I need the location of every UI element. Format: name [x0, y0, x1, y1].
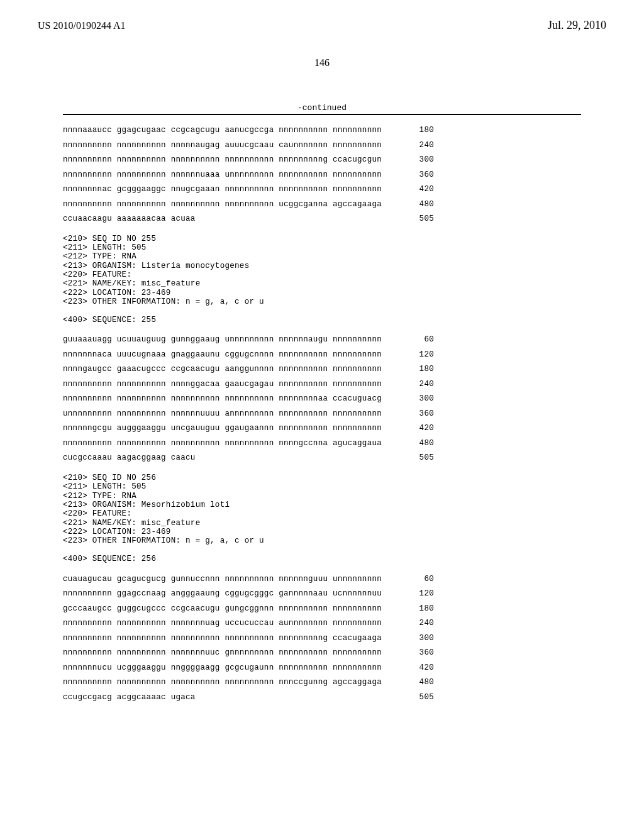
page-header: US 2010/0190244 A1 Jul. 29, 2010 [0, 0, 644, 32]
sequence-position: 60 [402, 575, 434, 584]
sequence-text: nnnnnnnnnn nnnnnnnnnn nnnnggacaa gaaucga… [63, 380, 402, 389]
sequence-position: 360 [402, 649, 434, 657]
section-rule [63, 114, 581, 115]
sequence-position: 420 [402, 185, 434, 194]
sequence-text: ccugccgacg acggcaaaac ugaca [63, 694, 402, 702]
sequence-line: gcccaaugcc guggcugccc ccgcaacugu gungcgg… [63, 605, 644, 613]
sequence-line: nnnnnnnnnn nnnnnnnnnn nnnnnnnnnn nnnnnnn… [63, 201, 644, 209]
sequence-position: 120 [402, 351, 434, 359]
sequence-text: nnnnnngcgu augggaaggu uncgauuguu ggaugaa… [63, 424, 402, 433]
sequence-line: nnnnnnnnnn nnnnnnnnnn nnnnnnnnnn nnnnnnn… [63, 440, 644, 448]
sequence-position: 480 [402, 678, 434, 687]
sequence-position: 240 [402, 619, 434, 628]
sequence-position: 240 [402, 380, 434, 389]
sequence-text: nnnnnnnnnn nnnnnnnnnn nnnnnnnnnn nnnnnnn… [63, 678, 402, 687]
sequence-line: nnnnnnnnnn nnnnnnnnnn nnnnnnnuuc gnnnnnn… [63, 649, 644, 657]
sequence-position: 420 [402, 424, 434, 433]
sequence-text: nnnnnnnucu ucgggaaggu nnggggaagg gcgcuga… [63, 664, 402, 672]
sequence-position: 300 [402, 156, 434, 164]
sequence-position: 180 [402, 365, 434, 374]
sequence-position: 505 [402, 215, 434, 223]
sequence-text: nnnnnnnnnn nnnnnnnnnn nnnnnnnnnn nnnnnnn… [63, 156, 402, 164]
publication-id: US 2010/0190244 A1 [38, 20, 126, 31]
sequence-line: nnnnnnnnnn nnnnnnnnnn nnnnnnnnnn nnnnnnn… [63, 395, 644, 403]
sequence-position: 180 [402, 126, 434, 135]
sequence-line: nnnnnnnnac gcgggaaggc nnugcgaaan nnnnnnn… [63, 185, 644, 194]
sequence-text: guuaaauagg ucuuauguug gunnggaaug unnnnnn… [63, 336, 402, 344]
sequence-line: nnnnnnnnnn nnnnnnnnnn nnnnnnnuag uccucuc… [63, 619, 644, 628]
sequence-text: gcccaaugcc guggcugccc ccgcaacugu gungcgg… [63, 605, 402, 613]
sequence-position: 480 [402, 440, 434, 448]
sequence-line: nnnngaugcc gaaacugccc ccgcaacugu aanggun… [63, 365, 644, 374]
page-number: 146 [0, 57, 644, 69]
sequence-position: 480 [402, 201, 434, 209]
sequence-text: nnnnnnnaca uuucugnaaa gnaggaaunu cggugcn… [63, 351, 402, 359]
sequence-line: cucgccaaau aagacggaag caacu505 [63, 454, 644, 462]
sequence-position: 240 [402, 141, 434, 150]
sequence-line: nnnnnnnnnn ggagccnaag angggaaung cggugcg… [63, 590, 644, 598]
sequence-position: 300 [402, 395, 434, 403]
sequence-text: nnnnnnnnnn nnnnnnnnnn nnnnnnnnnn nnnnnnn… [63, 201, 402, 209]
sequence-position: 505 [402, 454, 434, 462]
sequence-line: nnnnnnnaca uuucugnaaa gnaggaaunu cggugcn… [63, 351, 644, 359]
sequence-annotation-255: <210> SEQ ID NO 255 <211> LENGTH: 505 <2… [63, 235, 644, 325]
sequence-line: cuauagucau gcagucgucg gunnuccnnn nnnnnnn… [63, 575, 644, 584]
sequence-text: cucgccaaau aagacggaag caacu [63, 454, 402, 462]
sequence-position: 360 [402, 410, 434, 418]
publication-date: Jul. 29, 2010 [548, 19, 606, 32]
sequence-position: 360 [402, 171, 434, 179]
sequence-block-continuation: nnnnaaaucc ggagcugaac ccgcagcugu aanucgc… [63, 126, 644, 223]
sequence-line: nnnnnngcgu augggaaggu uncgauuguu ggaugaa… [63, 424, 644, 433]
sequence-position: 120 [402, 590, 434, 598]
sequence-text: nnnnnnnnnn nnnnnnnnnn nnnnnnnnnn nnnnnnn… [63, 634, 402, 643]
sequence-line: nnnnnnnnnn nnnnnnnnnn nnnnnaugag auuucgc… [63, 141, 644, 150]
sequence-line: nnnnnnnnnn nnnnnnnnnn nnnnnnnnnn nnnnnnn… [63, 634, 644, 643]
sequence-line: guuaaauagg ucuuauguug gunnggaaug unnnnnn… [63, 336, 644, 344]
sequence-text: nnnnnnnnnn ggagccnaag angggaaung cggugcg… [63, 590, 402, 598]
sequence-position: 180 [402, 605, 434, 613]
sequence-text: nnnnnnnnnn nnnnnnnnnn nnnnnnnnnn nnnnnnn… [63, 440, 402, 448]
sequence-line: ccuaacaagu aaaaaaacaa acuaa505 [63, 215, 644, 223]
sequence-line: ccugccgacg acggcaaaac ugaca505 [63, 694, 644, 702]
sequence-text: ccuaacaagu aaaaaaacaa acuaa [63, 215, 402, 223]
sequence-line: unnnnnnnnn nnnnnnnnnn nnnnnnuuuu annnnnn… [63, 410, 644, 418]
sequence-text: nnnnnnnnnn nnnnnnnnnn nnnnnnuaaa unnnnnn… [63, 171, 402, 179]
sequence-text: nnnnnnnnnn nnnnnnnnnn nnnnnaugag auuucgc… [63, 141, 402, 150]
sequence-block-256: cuauagucau gcagucgucg gunnuccnnn nnnnnnn… [63, 575, 644, 702]
continued-label: -continued [0, 103, 644, 113]
sequence-text: nnnnnnnnnn nnnnnnnnnn nnnnnnnuuc gnnnnnn… [63, 649, 402, 657]
sequence-position: 60 [402, 336, 434, 344]
sequence-line: nnnnnnnucu ucgggaaggu nnggggaagg gcgcuga… [63, 664, 644, 672]
sequence-text: nnnnnnnnnn nnnnnnnnnn nnnnnnnuag uccucuc… [63, 619, 402, 628]
sequence-text: cuauagucau gcagucgucg gunnuccnnn nnnnnnn… [63, 575, 402, 584]
sequence-position: 420 [402, 664, 434, 672]
sequence-position: 300 [402, 634, 434, 643]
sequence-line: nnnnnnnnnn nnnnnnnnnn nnnnnnuaaa unnnnnn… [63, 171, 644, 179]
sequence-text: nnnngaugcc gaaacugccc ccgcaacugu aanggun… [63, 365, 402, 374]
sequence-text: nnnnnnnnac gcgggaaggc nnugcgaaan nnnnnnn… [63, 185, 402, 194]
sequence-text: nnnnaaaucc ggagcugaac ccgcagcugu aanucgc… [63, 126, 402, 135]
sequence-position: 505 [402, 694, 434, 702]
sequence-line: nnnnnnnnnn nnnnnnnnnn nnnnnnnnnn nnnnnnn… [63, 156, 644, 164]
sequence-line: nnnnnnnnnn nnnnnnnnnn nnnnggacaa gaaucga… [63, 380, 644, 389]
sequence-text: nnnnnnnnnn nnnnnnnnnn nnnnnnnnnn nnnnnnn… [63, 395, 402, 403]
sequence-line: nnnnaaaucc ggagcugaac ccgcagcugu aanucgc… [63, 126, 644, 135]
sequence-line: nnnnnnnnnn nnnnnnnnnn nnnnnnnnnn nnnnnnn… [63, 678, 644, 687]
sequence-text: unnnnnnnnn nnnnnnnnnn nnnnnnuuuu annnnnn… [63, 410, 402, 418]
sequence-annotation-256: <210> SEQ ID NO 256 <211> LENGTH: 505 <2… [63, 473, 644, 564]
sequence-block-255: guuaaauagg ucuuauguug gunnggaaug unnnnnn… [63, 336, 644, 462]
